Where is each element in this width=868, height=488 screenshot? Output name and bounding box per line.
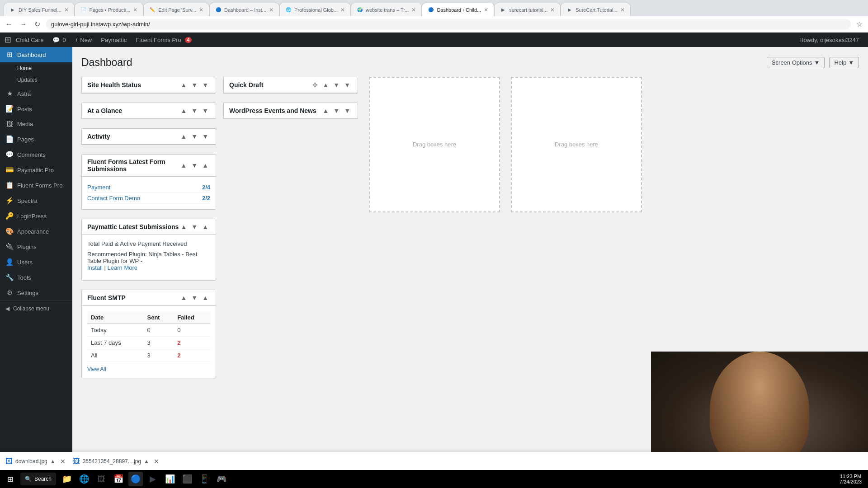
form-link-contact[interactable]: Contact Form Demo: [87, 195, 140, 202]
sidebar-item-media[interactable]: 🖼 Media: [0, 117, 72, 131]
taskbar-clock[interactable]: 11:23 PM 7/24/2023: [837, 473, 864, 485]
fluent-forms-collapse-btn[interactable]: ▼: [189, 161, 199, 169]
tab-close-2[interactable]: ✕: [133, 7, 137, 13]
browser-tab-8[interactable]: ▶ surecart tutorial... ✕: [494, 3, 561, 16]
at-a-glance-expand-btn[interactable]: ▲: [179, 107, 189, 115]
site-health-expand-btn[interactable]: ▲: [179, 81, 189, 89]
download-close-2[interactable]: ✕: [154, 458, 159, 465]
taskbar-icon-chrome[interactable]: 🔵: [128, 472, 143, 486]
taskbar-icon-edge[interactable]: 🌐: [77, 472, 91, 486]
browser-tab-4[interactable]: 🔵 Dashboard – Inst... ✕: [209, 3, 279, 16]
activity-header[interactable]: Activity ▲ ▼ ▼: [82, 129, 216, 145]
sidebar-item-pages[interactable]: 📄 Pages: [0, 131, 72, 147]
tab-close-4[interactable]: ✕: [269, 7, 274, 13]
taskbar-icon-terminal[interactable]: ⬛: [180, 472, 194, 486]
sidebar-item-home[interactable]: Home: [0, 62, 72, 74]
browser-tab-5[interactable]: 🌐 Professional Glob... ✕: [279, 3, 351, 16]
site-health-header[interactable]: Site Health Status ▲ ▼ ▼: [82, 77, 216, 93]
paymattic-collapse-btn[interactable]: ▼: [189, 223, 199, 231]
collapse-menu-button[interactable]: ◀ Collapse menu: [0, 300, 72, 316]
sidebar-item-paymattic-pro[interactable]: 💳 Paymattic Pro: [0, 162, 72, 178]
install-plugin-link[interactable]: Install: [87, 264, 103, 271]
tab-close-8[interactable]: ✕: [550, 7, 555, 13]
at-a-glance-header[interactable]: At a Glance ▲ ▼ ▼: [82, 103, 216, 119]
taskbar-icon-excel[interactable]: 📊: [163, 472, 177, 486]
fluent-forms-link[interactable]: Fluent Forms Pro 4: [131, 33, 196, 47]
bookmark-button[interactable]: ☆: [854, 18, 864, 30]
quick-draft-remove-btn[interactable]: ▼: [342, 81, 352, 89]
taskbar-search-box[interactable]: 🔍 Search: [20, 473, 56, 485]
taskbar-icon-app2[interactable]: 🎮: [214, 472, 229, 486]
sidebar-item-posts[interactable]: 📝 Posts: [0, 101, 72, 117]
help-button[interactable]: Help ▼: [829, 57, 859, 68]
quick-draft-expand-btn[interactable]: ▲: [321, 81, 330, 89]
quick-draft-collapse-btn[interactable]: ▼: [331, 81, 341, 89]
taskbar-icon-file-explorer[interactable]: 📁: [60, 472, 74, 486]
browser-tab-9[interactable]: ▶ SureCart Tutorial... ✕: [561, 3, 630, 16]
download-chevron-2[interactable]: ▲: [144, 458, 149, 465]
site-health-collapse-btn[interactable]: ▼: [189, 81, 199, 89]
taskbar-icon-calendar[interactable]: 📅: [111, 472, 126, 486]
download-close-1[interactable]: ✕: [60, 458, 66, 465]
fluent-forms-remove-btn[interactable]: ▲: [200, 161, 210, 169]
learn-more-link[interactable]: Learn More: [108, 264, 137, 271]
paymattic-expand-btn[interactable]: ▲: [179, 223, 189, 231]
sidebar-item-dashboard[interactable]: ⊞ Dashboard: [0, 47, 72, 62]
start-button[interactable]: ⊞: [4, 473, 17, 485]
address-bar[interactable]: [46, 19, 851, 29]
taskbar-icon-app1[interactable]: 📱: [197, 472, 212, 486]
site-name-link[interactable]: Child Care: [11, 33, 48, 47]
form-link-payment[interactable]: Payment: [87, 184, 110, 191]
paymattic-remove-btn[interactable]: ▲: [200, 223, 210, 231]
taskbar-icon-photos[interactable]: 🖼: [94, 472, 108, 486]
sidebar-item-users[interactable]: 👤 Users: [0, 254, 72, 270]
howdy-link[interactable]: Howdy, oijesokasi3247: [795, 33, 863, 47]
paymattic-header[interactable]: Paymattic Latest Submissions ▲ ▼ ▲: [82, 219, 216, 235]
activity-remove-btn[interactable]: ▼: [200, 132, 210, 141]
fluent-smtp-expand-btn[interactable]: ▲: [179, 294, 189, 302]
browser-tab-2[interactable]: 📄 Pages • Producti... ✕: [75, 3, 144, 16]
wp-events-collapse-btn[interactable]: ▼: [331, 107, 341, 115]
wp-events-remove-btn[interactable]: ▼: [342, 107, 352, 115]
sidebar-item-tools[interactable]: 🔧 Tools: [0, 270, 72, 285]
browser-tab-3[interactable]: ✏️ Edit Page 'Surv... ✕: [143, 3, 209, 16]
paymattic-link[interactable]: Paymattic: [96, 33, 131, 47]
fluent-smtp-header[interactable]: Fluent SMTP ▲ ▼ ▲: [82, 290, 216, 306]
fluent-forms-header[interactable]: Fluent Forms Latest Form Submissions ▲ ▼…: [82, 155, 216, 177]
at-a-glance-collapse-btn[interactable]: ▼: [189, 107, 199, 115]
wp-events-header[interactable]: WordPress Events and News ▲ ▼ ▼: [224, 103, 358, 119]
fluent-smtp-remove-btn[interactable]: ▲: [200, 294, 210, 302]
comments-link[interactable]: 💬 0: [48, 33, 70, 47]
sidebar-item-updates[interactable]: Updates: [0, 74, 72, 86]
screen-options-button[interactable]: Screen Options ▼: [767, 57, 825, 68]
sidebar-item-fluent-forms[interactable]: 📋 Fluent Forms Pro: [0, 178, 72, 193]
tab-close-1[interactable]: ✕: [64, 7, 69, 13]
view-all-link[interactable]: View All: [87, 366, 106, 372]
activity-expand-btn[interactable]: ▲: [179, 132, 189, 141]
browser-tab-7[interactable]: 🔵 Dashboard ‹ Child... ✕: [422, 3, 494, 16]
sidebar-item-appearance[interactable]: 🎨 Appearance: [0, 224, 72, 239]
sidebar-item-astra[interactable]: ★ Astra: [0, 86, 72, 101]
at-a-glance-remove-btn[interactable]: ▼: [200, 107, 210, 115]
browser-tab-1[interactable]: ▶ DIY Sales Funnel... ✕: [4, 3, 75, 16]
sidebar-item-comments[interactable]: 💬 Comments: [0, 147, 72, 162]
tab-close-6[interactable]: ✕: [411, 7, 416, 13]
drag-box-area-1[interactable]: Drag boxes here: [369, 77, 500, 212]
taskbar-icon-media[interactable]: ▶: [146, 472, 160, 486]
quick-draft-header[interactable]: Quick Draft ✤ ▲ ▼ ▼: [224, 77, 358, 93]
tab-close-3[interactable]: ✕: [199, 7, 203, 13]
new-content-link[interactable]: + New: [71, 33, 97, 47]
browser-tab-6[interactable]: 🌍 website trans – Tr... ✕: [351, 3, 422, 16]
tab-close-7[interactable]: ✕: [484, 7, 488, 13]
wp-events-expand-btn[interactable]: ▲: [321, 107, 330, 115]
download-chevron-1[interactable]: ▲: [50, 458, 56, 465]
sidebar-item-settings[interactable]: ⚙ Settings: [0, 285, 72, 300]
sidebar-item-loginpress[interactable]: 🔑 LoginPress: [0, 208, 72, 224]
sidebar-item-spectra[interactable]: ⚡ Spectra: [0, 193, 72, 208]
drag-box-area-2[interactable]: Drag boxes here: [511, 77, 642, 212]
back-button[interactable]: ←: [4, 19, 14, 30]
site-health-remove-btn[interactable]: ▼: [200, 81, 210, 89]
tab-close-5[interactable]: ✕: [340, 7, 345, 13]
forward-button[interactable]: →: [18, 19, 29, 30]
activity-collapse-btn[interactable]: ▼: [189, 132, 199, 141]
